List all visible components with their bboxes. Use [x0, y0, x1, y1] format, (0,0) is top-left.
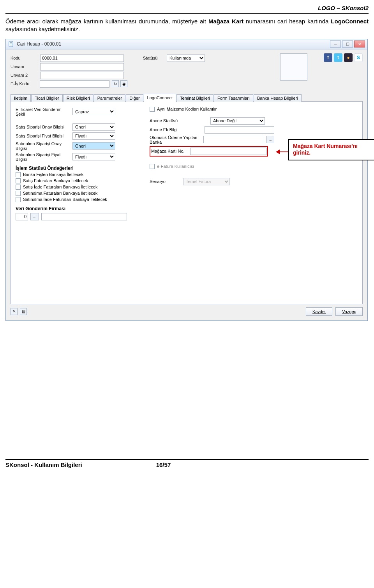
arrow-head-icon [276, 150, 280, 154]
chk4-box[interactable] [16, 191, 21, 196]
chk5-box[interactable] [16, 197, 21, 202]
islem-statu-heading: İşlem Statüsü Öndeğerleri [16, 165, 136, 171]
social-icons: f t ● S [324, 53, 363, 62]
chk1-label: Banka Fişleri Bankaya İletilecek [23, 172, 83, 177]
window-buttons: ─ ☐ ✕ [330, 40, 365, 48]
satinalma-fiyat-select[interactable]: Fiyatlı [72, 153, 115, 160]
magaza-highlight-box: Mağaza Kartı No. [150, 146, 268, 157]
page-footer: SKonsol - Kullanım Bilgileri 16/57 [5, 461, 369, 471]
callout-box: Mağaza Kart Numarası'nı giriniz. [288, 139, 374, 160]
note-icon[interactable]: ✎ [11, 308, 18, 315]
efatura-label: e-Fatura Kullanıcısı [157, 164, 194, 169]
eticaret-label: E-Ticaret Veri Gönderim Şekli [16, 107, 70, 116]
kaydet-button[interactable]: Kaydet [306, 307, 332, 316]
window-footer: ✎ ▤ Kaydet Vazgeç [11, 307, 363, 316]
tab-banka-hesap-bilgileri[interactable]: Banka Hesap Bilgileri [254, 94, 302, 102]
window-title: Cari Hesap - 0000.01 [17, 41, 61, 47]
chk2-label: Satış Faturaları Bankaya İletilecek [23, 178, 88, 183]
kodu-field[interactable] [40, 55, 124, 62]
attach-icon[interactable]: ▤ [20, 308, 27, 315]
ayni-malzeme-label: Aynı Malzeme Kodları Kullanılır [157, 107, 217, 111]
unvani-label: Unvanı [11, 64, 38, 69]
chk5-label: Satınalma İade Faturaları Bankaya İletil… [23, 197, 107, 202]
svg-rect-3 [10, 45, 12, 45]
tab-logoconnect[interactable]: LogoConnect [144, 94, 176, 102]
top-col-1: Kodu Unvanı Unvanı 2 E-İş Kodu [11, 53, 127, 89]
intro-post: sayfasından kaydetmelisiniz. [5, 26, 80, 32]
sync-icon[interactable]: ↻ [112, 80, 119, 87]
statu-select[interactable]: Kullanımda [167, 55, 205, 62]
otomatik-banka-field[interactable] [203, 136, 264, 143]
intro-bold2: LogoConnect [331, 18, 369, 25]
tab-ticari-bilgiler[interactable]: Ticari Bilgiler [31, 94, 63, 102]
top-col-2: Statüsü Kullanımda [143, 53, 221, 89]
eis-label: E-İş Kodu [11, 81, 37, 86]
statu-label: Statüsü [143, 56, 164, 60]
veri-firma-name-field[interactable] [41, 213, 127, 220]
tab-iletisim[interactable]: İletişim [11, 94, 31, 102]
minimize-button[interactable]: ─ [330, 40, 341, 48]
eis-icons: ↻ ◉ [112, 80, 127, 87]
ayni-malzeme-box[interactable] [150, 107, 155, 112]
chk3-box[interactable] [16, 185, 21, 190]
page-container: LOGO – SKonsol2 Ödeme aracı olarak mağaz… [0, 0, 374, 475]
chk4-label: Satınalma Faturaları Bankaya İletilecek [23, 191, 97, 195]
left-column: E-Ticaret Veri Gönderim Şekli Çapraz Sat… [16, 106, 136, 222]
abone-statu-select[interactable]: Abone Değil [210, 117, 265, 125]
otomatik-banka-label: Otomatik Ödeme Yapılan Banka [150, 135, 201, 144]
close-button[interactable]: ✕ [354, 40, 365, 48]
abone-ek-field[interactable] [205, 126, 274, 134]
chk1-box[interactable] [16, 172, 21, 177]
abone-ek-label: Abone Ek Bilgi [150, 127, 202, 132]
tab-strip: İletişim Ticari Bilgiler Risk Bilgileri … [11, 93, 363, 102]
tab-parametreler[interactable]: Parametreler [94, 94, 126, 102]
callout-text: Mağaza Kart Numarası'nı giriniz. [293, 143, 358, 156]
veri-firma-no-field[interactable] [16, 213, 28, 220]
app-window: Cari Hesap - 0000.01 ─ ☐ ✕ Kodu Unvanı [5, 39, 368, 321]
satinalma-fiyat-label: Satınalma Siparişi Fiyat Bilgisi [16, 152, 70, 162]
callout-arrow [276, 149, 290, 155]
satinalma-onay-select[interactable]: Öneri [72, 142, 115, 150]
eis-field[interactable] [40, 80, 109, 88]
chk2-box[interactable] [16, 178, 21, 183]
senaryo-label: Senaryo [150, 179, 181, 184]
kodu-label: Kodu [11, 56, 38, 60]
header-rule [5, 13, 369, 14]
unvani2-label: Unvanı 2 [11, 73, 38, 77]
tab-diger[interactable]: Diğer [126, 94, 143, 102]
tab-risk-bilgileri[interactable]: Risk Bilgileri [63, 94, 94, 102]
veri-firma-heading: Veri Gönderim Firması [16, 206, 136, 211]
efatura-box[interactable] [150, 164, 155, 169]
maximize-button[interactable]: ☐ [342, 40, 353, 48]
vazgec-button[interactable]: Vazgeç [335, 307, 363, 316]
top-form: Kodu Unvanı Unvanı 2 E-İş Kodu [11, 53, 363, 89]
abone-statu-label: Abone Statüsü [150, 118, 208, 123]
skype-icon[interactable]: S [354, 53, 363, 62]
titlebar-left: Cari Hesap - 0000.01 [8, 41, 61, 47]
senaryo-select: Temel Fatura [183, 178, 230, 185]
unvani-field[interactable] [40, 63, 124, 70]
satis-onay-select[interactable]: Öneri [72, 123, 115, 131]
magaza-field[interactable] [190, 148, 266, 155]
svg-rect-1 [10, 42, 12, 43]
svg-rect-2 [10, 44, 12, 44]
satis-fiyat-label: Satış Siparişi Fiyat Bilgisi [16, 134, 70, 138]
intro-bold1: Mağaza Kart [208, 18, 243, 25]
globe-icon[interactable]: ◉ [120, 80, 127, 87]
tab-form-tasarimlari[interactable]: Form Tasarımları [214, 94, 253, 102]
unvani2-field[interactable] [40, 72, 124, 79]
titlebar: Cari Hesap - 0000.01 ─ ☐ ✕ [6, 39, 367, 49]
plurk-icon[interactable]: ● [344, 53, 353, 62]
satis-fiyat-select[interactable]: Fiyatlı [72, 132, 115, 140]
otomatik-banka-lookup-button[interactable]: … [266, 136, 274, 143]
veri-firma-lookup-button[interactable]: … [30, 213, 39, 220]
facebook-icon[interactable]: f [324, 53, 332, 62]
twitter-icon[interactable]: t [334, 53, 342, 62]
intro-mid: numarasını cari hesap kartında [243, 18, 331, 25]
footer-tool-icons: ✎ ▤ [11, 308, 27, 315]
client-area: Kodu Unvanı Unvanı 2 E-İş Kodu [6, 49, 367, 320]
chk3-label: Satış İade Faturaları Bankaya İletilecek [23, 185, 97, 189]
tab-teminat-bilgileri[interactable]: Teminat Bilgileri [176, 94, 213, 102]
eticaret-select[interactable]: Çapraz [72, 108, 115, 115]
intro-text: Ödeme aracı olarak mağaza kartının kulla… [5, 18, 369, 33]
